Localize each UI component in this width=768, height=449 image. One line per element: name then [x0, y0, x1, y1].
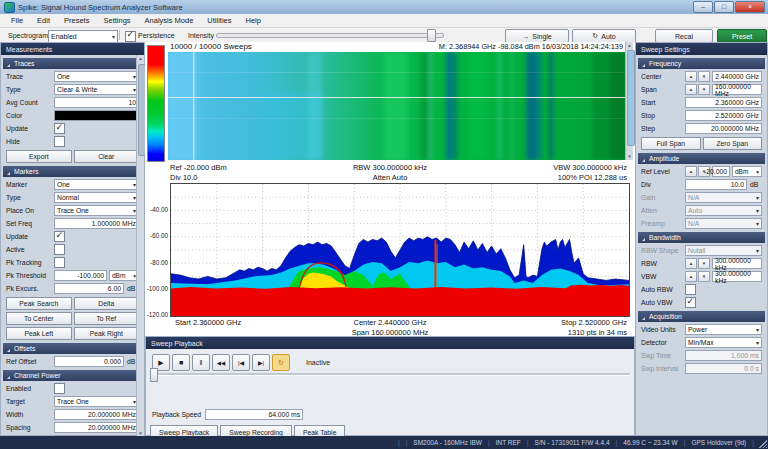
- trace-type-select[interactable]: Clear & Write: [54, 84, 139, 95]
- spacing-field[interactable]: 20.000000 MHz: [54, 422, 139, 433]
- acquisition-section-header[interactable]: Acquisition: [638, 311, 765, 322]
- menu-presets[interactable]: Presets: [57, 14, 96, 27]
- center-up-icon[interactable]: ▲: [685, 71, 697, 82]
- auto-button[interactable]: ↻ Auto: [572, 29, 636, 43]
- recal-button[interactable]: Recal: [655, 29, 713, 43]
- span-up-icon[interactable]: ▲: [685, 84, 697, 95]
- span-field[interactable]: 160.000000 MHz: [712, 84, 762, 95]
- clear-button[interactable]: Clear: [74, 150, 140, 163]
- playback-position-slider[interactable]: [150, 373, 630, 376]
- channel-power-section-header[interactable]: Channel Power: [3, 370, 142, 381]
- measurements-scrollbar[interactable]: ▲ ▼: [136, 55, 144, 437]
- close-button[interactable]: ×: [735, 1, 765, 13]
- marker-update-checkbox[interactable]: [54, 231, 65, 242]
- ref-level-up-icon[interactable]: ▲: [685, 166, 697, 177]
- measurements-header[interactable]: Measurements: [1, 43, 144, 55]
- ref-level-field[interactable]: -20.000: [712, 166, 730, 177]
- pk-tracking-checkbox[interactable]: [54, 257, 65, 268]
- peak-left-button[interactable]: Peak Left: [6, 327, 72, 340]
- playback-slider-handle[interactable]: [150, 368, 158, 382]
- swp-interval-field[interactable]: 0.0 s: [685, 363, 762, 374]
- trace-select[interactable]: One: [54, 71, 139, 82]
- marker-select[interactable]: One: [54, 179, 139, 190]
- menu-utilities[interactable]: Utilities: [200, 14, 238, 27]
- sweep-settings-header[interactable]: Sweep Settings: [636, 43, 767, 55]
- swp-time-field[interactable]: 1.000 ms: [685, 350, 762, 361]
- full-span-button[interactable]: Full Span: [641, 137, 701, 150]
- stop-button[interactable]: ■: [172, 354, 190, 371]
- intensity-slider[interactable]: [216, 33, 444, 38]
- intensity-slider-handle[interactable]: [427, 29, 436, 42]
- peak-search-button[interactable]: Peak Search: [6, 297, 72, 310]
- maximize-button[interactable]: □: [714, 1, 734, 13]
- atten-select[interactable]: Auto: [685, 205, 762, 216]
- bandwidth-section-header[interactable]: Bandwidth: [638, 232, 765, 243]
- rewind-button[interactable]: ◀◀: [212, 354, 230, 371]
- vbw-up-icon[interactable]: ▲: [685, 271, 697, 282]
- loop-button[interactable]: ↻: [272, 354, 290, 371]
- preamp-select[interactable]: N/A: [685, 218, 762, 229]
- step-field[interactable]: 20.000000 MHz: [685, 123, 762, 134]
- resize-grip[interactable]: [759, 440, 767, 448]
- start-field[interactable]: 2.360000 GHz: [685, 97, 762, 108]
- menu-file[interactable]: File: [4, 14, 30, 27]
- markers-section-header[interactable]: Markers: [3, 166, 142, 177]
- video-units-select[interactable]: Power: [685, 324, 762, 335]
- frequency-section-header[interactable]: Frequency: [638, 58, 765, 69]
- hide-checkbox[interactable]: [54, 136, 65, 147]
- set-freq-field[interactable]: 1.000000 MHz: [54, 218, 139, 229]
- offsets-section-header[interactable]: Offsets: [3, 343, 142, 354]
- menu-settings[interactable]: Settings: [96, 14, 137, 27]
- traces-section-header[interactable]: Traces: [3, 58, 142, 69]
- pk-threshold-field[interactable]: -100.000: [54, 270, 107, 281]
- trace-color-swatch[interactable]: [54, 110, 139, 121]
- cp-enabled-checkbox[interactable]: [54, 383, 65, 394]
- spectrum-plot[interactable]: [170, 183, 630, 317]
- to-center-button[interactable]: To Center: [6, 312, 72, 325]
- single-button[interactable]: → Single: [505, 29, 569, 43]
- vbw-field[interactable]: 300.000000 kHz: [712, 271, 762, 282]
- to-ref-button[interactable]: To Ref: [74, 312, 140, 325]
- place-on-select[interactable]: Trace One: [54, 205, 139, 216]
- delta-button[interactable]: Delta: [74, 297, 140, 310]
- rbw-field[interactable]: 300.000000 kHz: [712, 258, 762, 269]
- playback-speed-field[interactable]: 64.000 ms: [205, 409, 303, 420]
- width-field[interactable]: 20.000000 MHz: [54, 409, 139, 420]
- div-field[interactable]: 10.0: [685, 179, 747, 190]
- trace-update-checkbox[interactable]: [54, 123, 65, 134]
- active-checkbox[interactable]: [54, 244, 65, 255]
- span-down-icon[interactable]: ▼: [698, 84, 710, 95]
- gain-select[interactable]: N/A: [685, 192, 762, 203]
- scroll-down-icon[interactable]: ▼: [626, 153, 633, 160]
- detector-select[interactable]: Min/Max: [685, 337, 762, 348]
- pk-excurs-field[interactable]: 6.00: [54, 283, 124, 294]
- menu-edit[interactable]: Edit: [30, 14, 57, 27]
- avg-count-field[interactable]: 10: [54, 97, 139, 108]
- target-select[interactable]: Trace One: [54, 396, 139, 407]
- step-forward-button[interactable]: ▶|: [252, 354, 270, 371]
- sweep-playback-header[interactable]: Sweep Playback: [146, 337, 634, 349]
- spectrogram-scrollbar[interactable]: ▲ ▼: [625, 42, 633, 160]
- menu-help[interactable]: Help: [239, 14, 268, 27]
- rbw-down-icon[interactable]: ▼: [698, 258, 710, 269]
- pk-threshold-unit-select[interactable]: dBm: [109, 270, 139, 281]
- scroll-up-icon[interactable]: ▲: [137, 55, 144, 62]
- pause-button[interactable]: ‖: [192, 354, 210, 371]
- peak-right-button[interactable]: Peak Right: [74, 327, 140, 340]
- amplitude-section-header[interactable]: Amplitude: [638, 153, 765, 164]
- center-field[interactable]: 2.440000 GHz: [712, 71, 762, 82]
- step-back-button[interactable]: |◀: [232, 354, 250, 371]
- marker-type-select[interactable]: Normal: [54, 192, 139, 203]
- auto-rbw-checkbox[interactable]: [685, 284, 696, 295]
- auto-vbw-checkbox[interactable]: [685, 297, 696, 308]
- menu-analysis-mode[interactable]: Analysis Mode: [138, 14, 201, 27]
- scroll-up-icon[interactable]: ▲: [626, 42, 633, 49]
- center-down-icon[interactable]: ▼: [698, 71, 710, 82]
- preset-button[interactable]: Preset: [717, 29, 767, 43]
- spectrogram-waterfall[interactable]: [168, 52, 628, 160]
- persistence-checkbox[interactable]: [125, 31, 136, 42]
- rbw-shape-select[interactable]: Nutall: [685, 245, 762, 256]
- zero-span-button[interactable]: Zero Span: [703, 137, 763, 150]
- minimize-button[interactable]: –: [693, 1, 713, 13]
- export-button[interactable]: Export: [6, 150, 72, 163]
